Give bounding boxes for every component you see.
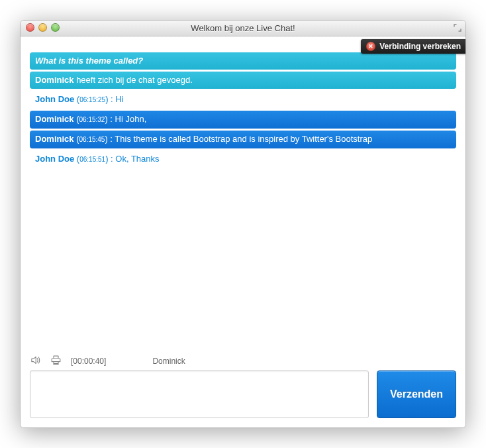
chat-question: What is this theme called? xyxy=(30,52,456,70)
traffic-lights xyxy=(26,23,60,32)
zoom-icon[interactable] xyxy=(51,23,60,32)
msg-time: 06:15:45 xyxy=(79,136,105,143)
typing-indicator: Dominick xyxy=(152,357,185,366)
msg-text: Hi xyxy=(115,94,123,104)
minimize-icon[interactable] xyxy=(38,23,47,32)
chat-message-agent: Dominick (06:15:45) : This theme is call… xyxy=(30,131,456,148)
msg-time: 06:15:25 xyxy=(79,96,105,103)
content-area: ✕ Verbinding verbreken What is this them… xyxy=(21,36,465,427)
disconnect-label: Verbinding verbreken xyxy=(379,42,461,51)
msg-name: John Doe xyxy=(35,94,74,104)
chat-message-agent: Dominick (06:15:32) : Hi John, xyxy=(30,111,456,129)
close-icon[interactable] xyxy=(26,23,34,32)
disconnect-button[interactable]: ✕ Verbinding verbreken xyxy=(361,39,466,54)
msg-name: Dominick xyxy=(35,114,74,124)
msg-name: Dominick xyxy=(35,134,74,144)
joined-name: Dominick xyxy=(35,75,74,85)
input-area: [00:00:40] Dominick Verzenden xyxy=(30,355,456,418)
msg-time: 06:15:51 xyxy=(79,156,105,163)
status-line: [00:00:40] Dominick xyxy=(30,355,456,368)
chat-transcript: What is this theme called? Dominick heef… xyxy=(21,36,465,168)
expand-icon[interactable] xyxy=(454,24,462,34)
duration-label: [00:00:40] xyxy=(71,357,106,366)
titlebar: Welkom bij onze Live Chat! xyxy=(21,21,465,36)
joined-text: heeft zich bij de chat gevoegd. xyxy=(74,75,193,85)
chat-message-visitor: John Doe (06:15:51) : Ok, Thanks xyxy=(30,150,456,168)
msg-text: Ok, Thanks xyxy=(115,154,159,164)
sound-icon[interactable] xyxy=(30,355,41,368)
window-title: Welkom bij onze Live Chat! xyxy=(191,23,295,33)
message-input[interactable] xyxy=(30,370,369,418)
joined-notice: Dominick heeft zich bij de chat gevoegd. xyxy=(30,72,456,89)
msg-text: This theme is called Bootstrap and is in… xyxy=(115,134,372,144)
send-button[interactable]: Verzenden xyxy=(377,370,456,418)
chat-window: Welkom bij onze Live Chat! ✕ Verbinding … xyxy=(20,20,466,428)
close-icon: ✕ xyxy=(366,42,375,51)
msg-time: 06:15:32 xyxy=(79,116,105,123)
print-icon[interactable] xyxy=(50,355,62,368)
msg-text: Hi John, xyxy=(115,114,147,124)
msg-name: John Doe xyxy=(35,154,74,164)
chat-message-visitor: John Doe (06:15:25) : Hi xyxy=(30,91,456,109)
